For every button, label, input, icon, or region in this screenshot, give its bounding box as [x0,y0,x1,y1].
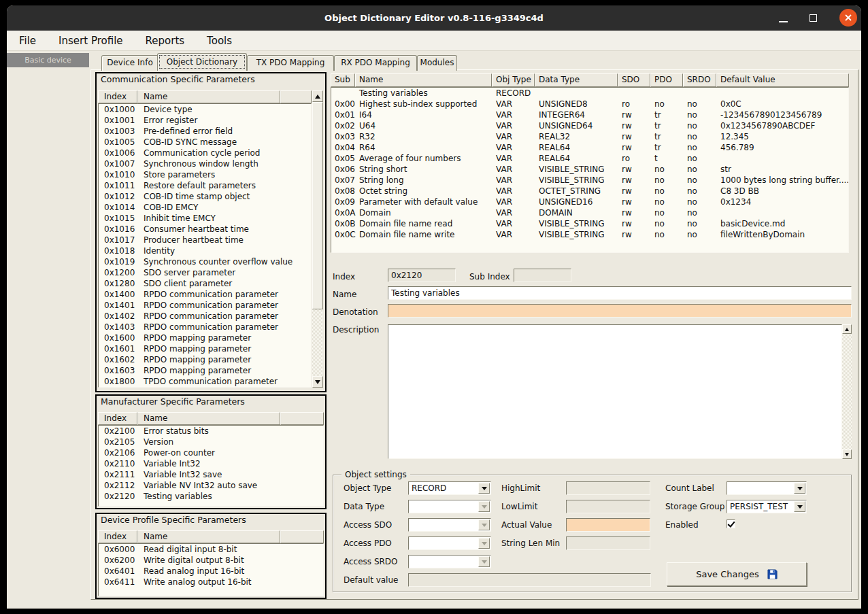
list-item[interactable]: 0x1010 Store parameters [99,169,311,180]
list-item[interactable]: 0x1016 Consumer heartbeat time [99,224,311,235]
list-item[interactable]: 0x2110 Variable Int32 [99,458,323,469]
table-row[interactable]: 0x02 U64 VAR UNSIGNED64 rw tr no 0x12345… [331,120,848,131]
table-row[interactable]: 0x04 R64 VAR REAL64 rw tr no 456.789 [331,142,848,153]
column-header-index[interactable]: Index [98,90,137,103]
scrollbar-track[interactable] [842,334,852,449]
list-item[interactable]: 0x1011 Restore default parameters [99,180,311,191]
column-header-data-type[interactable]: Data Type [535,73,618,87]
table-row[interactable]: 0x09 Parameter with default value VAR UN… [331,197,848,207]
column-header-index[interactable]: Index [98,412,137,425]
list-item[interactable]: 0x1014 COB-ID EMCY [99,202,311,213]
menu-insert-profile[interactable]: Insert Profile [59,35,122,47]
table-row[interactable]: 0x07 String long VAR VISIBLE_STRING rw n… [331,175,848,186]
list-item[interactable]: 0x6411 Write analog output 16-bit [99,577,323,587]
list-item[interactable]: 0x1601 RPDO mapping parameter [99,343,311,354]
list-item[interactable]: 0x2105 Version [99,437,323,447]
list-item[interactable]: 0x1280 SDO client parameter [99,278,311,289]
table-row[interactable]: 0x08 Octet string VAR OCTET_STRING rw no… [331,186,848,197]
description-scrollbar[interactable] [842,324,852,459]
table-row[interactable]: 0x01 I64 VAR INTEGER64 rw tr no -1234567… [331,109,848,120]
column-header-name[interactable]: Name [137,90,280,103]
column-header-obj-type[interactable]: Obj Type [492,73,535,87]
list-item[interactable]: 0x6200 Write digital output 8-bit [99,555,323,566]
column-header-sub[interactable]: Sub [331,73,355,87]
table-row[interactable]: 0x06 String short VAR VISIBLE_STRING rw … [331,164,848,175]
dropdown-arrow-button[interactable] [794,483,805,494]
menu-tools[interactable]: Tools [207,35,232,47]
column-header-srdo[interactable]: SRDO [683,73,716,87]
table-row[interactable]: Testing variables RECORD [331,88,848,99]
table-row[interactable]: 0x05 Average of four numbers VAR REAL64 … [331,153,848,164]
list-item[interactable]: 0x1603 RPDO mapping parameter [99,365,311,376]
minimize-icon[interactable] [779,21,788,22]
tab-modules[interactable]: Modules [417,55,457,71]
list-item[interactable]: 0x1001 Error register [99,115,311,126]
list-item[interactable]: 0x2100 Error status bits [99,426,323,437]
count-label-combobox[interactable] [727,481,807,495]
list-item[interactable]: 0x1602 RPDO mapping parameter [99,354,311,365]
table-row[interactable]: 0x0B Domain file name read VAR VISIBLE_S… [331,218,848,229]
menu-file[interactable]: File [19,35,36,47]
column-header-pdo[interactable]: PDO [650,73,683,87]
list-item[interactable]: 0x1012 COB-ID time stamp object [99,191,311,202]
tab-object-dictionary[interactable]: Object Dictionary [157,53,247,71]
title-bar[interactable]: Object Dictionary Editor v0.8-116-g3349c… [7,5,861,31]
sidebar-item-basic-device[interactable]: Basic device [7,53,89,67]
list-item[interactable]: 0x1800 TPDO communication parameter [99,376,311,387]
scroll-down-button[interactable] [312,376,323,388]
list-item[interactable]: 0x2106 Power-on counter [99,447,323,458]
storage-group-combobox[interactable]: PERSIST_TEST [727,500,807,513]
tab-tx-pdo-mapping[interactable]: TX PDO Mapping [247,55,334,71]
column-header-name[interactable]: Name [137,530,280,543]
comm-params-scrollbar[interactable] [312,90,324,388]
dropdown-arrow-button[interactable] [478,483,490,494]
object-type-combobox[interactable]: RECORD [408,481,491,495]
tab-rx-pdo-mapping[interactable]: RX PDO Mapping [334,55,417,71]
list-item[interactable]: 0x1400 RPDO communication parameter [99,289,311,300]
list-item[interactable]: 0x1401 RPDO communication parameter [99,300,311,311]
close-button[interactable] [839,9,857,27]
maximize-icon[interactable] [809,14,817,22]
dropdown-arrow-button[interactable] [794,501,805,512]
list-item[interactable]: 0x1403 RPDO communication parameter [99,322,311,332]
table-row[interactable]: 0x03 R32 VAR REAL32 rw tr no 12.345 [331,131,848,142]
save-changes-button[interactable]: Save Changes [667,562,807,586]
list-item[interactable]: 0x1402 RPDO communication parameter [99,311,311,322]
list-item[interactable]: 0x1005 COB-ID SYNC message [99,137,311,148]
list-item[interactable]: 0x2112 Variable NV Int32 auto save [99,480,323,491]
list-item[interactable]: 0x1000 Device type [99,104,311,115]
name-field[interactable]: Testing variables [388,286,852,300]
column-header-index[interactable]: Index [98,530,137,543]
table-row[interactable]: 0x0C Domain file name write VAR VISIBLE_… [331,229,848,240]
list-item[interactable]: 0x2120 Testing variables [99,491,323,502]
column-header-sdo[interactable]: SDO [618,73,650,87]
scroll-down-button[interactable] [842,449,852,459]
list-item[interactable]: 0x1007 Synchronous window length [99,158,311,169]
scrollbar-track[interactable] [312,309,323,376]
list-item[interactable]: 0x1003 Pre-defined error field [99,126,311,137]
list-item[interactable]: 0x1200 SDO server parameter [99,267,311,278]
actual-value-field[interactable] [566,518,650,532]
list-item[interactable]: 0x2111 Variable Int32 save [99,469,323,480]
enabled-checkbox[interactable] [727,519,735,528]
denotation-field[interactable] [388,304,852,318]
scrollbar-thumb[interactable] [312,102,323,309]
list-item[interactable]: 0x1006 Communication cycle period [99,148,311,158]
list-item[interactable]: 0x1017 Producer heartbeat time [99,235,311,245]
menu-reports[interactable]: Reports [146,35,185,47]
list-item[interactable]: 0x6000 Read digital input 8-bit [99,544,323,555]
subindex-field[interactable] [514,269,571,282]
list-item[interactable]: 0x1019 Synchronous counter overflow valu… [99,256,311,267]
index-field[interactable]: 0x2120 [388,269,456,282]
scroll-up-button[interactable] [842,324,852,334]
description-field[interactable] [388,324,842,459]
scroll-up-button[interactable] [312,90,323,102]
table-row[interactable]: 0x00 Highest sub-index supported VAR UNS… [331,99,848,109]
column-header-name[interactable]: Name [355,73,492,87]
column-header-name[interactable]: Name [137,412,280,425]
list-item[interactable]: 0x1600 RPDO mapping parameter [99,332,311,343]
list-item[interactable]: 0x1018 Identity [99,245,311,256]
column-header-default-value[interactable]: Default Value [716,73,849,87]
tab-device-info[interactable]: Device Info [101,55,158,71]
list-item[interactable]: 0x6401 Read analog input 16-bit [99,566,323,577]
